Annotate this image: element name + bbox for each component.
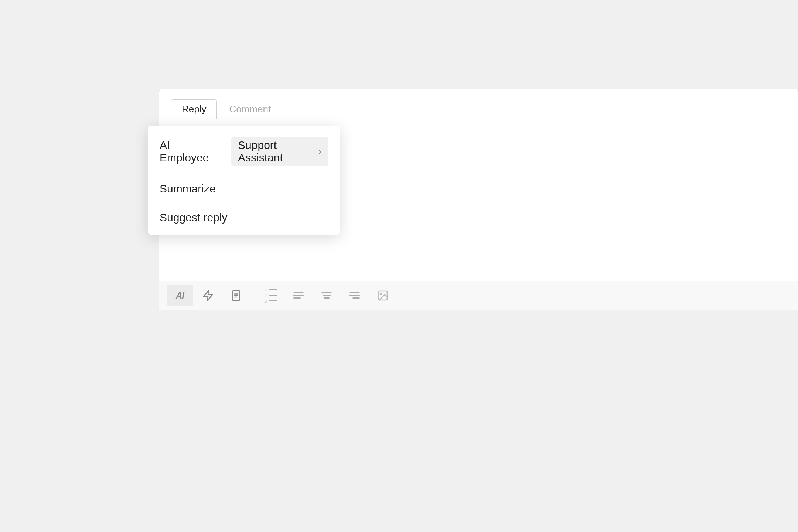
image-button[interactable] [369, 285, 396, 306]
toolbar-divider-1 [253, 289, 253, 302]
support-assistant-label: Support Assistant [238, 139, 316, 164]
bolt-button[interactable] [195, 285, 221, 306]
align-center-icon [321, 292, 332, 299]
align-center-button[interactable] [313, 285, 340, 306]
toolbar-row: AI 1 2 3 [159, 281, 798, 310]
numbered-list-button[interactable]: 1 2 3 [257, 285, 284, 306]
support-assistant-badge: Support Assistant › [231, 137, 328, 166]
numbered-list-icon: 1 2 3 [264, 288, 277, 303]
align-left-icon [293, 292, 304, 299]
align-right-icon [349, 292, 360, 299]
image-icon [377, 290, 389, 301]
align-left-button[interactable] [285, 285, 312, 306]
suggest-reply-label: Suggest reply [160, 211, 227, 224]
summarize-label: Summarize [160, 183, 216, 195]
svg-point-6 [380, 293, 382, 294]
svg-marker-0 [204, 290, 212, 300]
document-icon [230, 290, 242, 301]
ai-dropdown-menu: AI Employee Support Assistant › Summariz… [148, 126, 340, 235]
tabs-row: Reply Comment [159, 89, 798, 119]
comment-tab[interactable]: Comment [218, 99, 282, 119]
ai-employee-item[interactable]: AI Employee Support Assistant › [148, 129, 340, 174]
document-button[interactable] [223, 285, 249, 306]
ai-button[interactable]: AI [167, 285, 193, 306]
chevron-right-icon: › [318, 146, 321, 157]
align-right-button[interactable] [341, 285, 368, 306]
ai-icon: AI [176, 290, 184, 301]
ai-employee-row: AI Employee Support Assistant › [160, 137, 328, 166]
summarize-item[interactable]: Summarize [148, 174, 340, 203]
suggest-reply-item[interactable]: Suggest reply [148, 203, 340, 232]
bolt-icon [202, 290, 214, 301]
reply-tab[interactable]: Reply [171, 99, 217, 119]
ai-employee-label: AI Employee [160, 139, 216, 164]
